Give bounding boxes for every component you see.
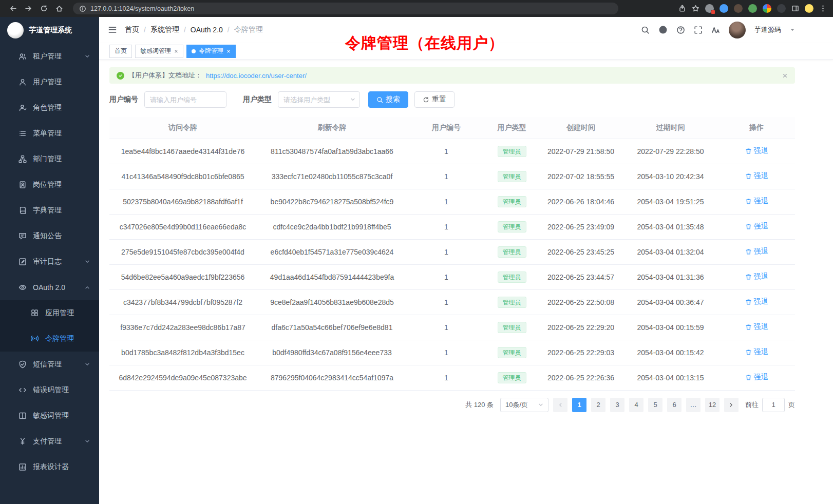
page-button-5[interactable]: 5 <box>648 398 662 412</box>
page-size-select[interactable]: 10条/页 <box>500 398 548 412</box>
sidebar-item-notice[interactable]: 通知公告 <box>0 223 99 249</box>
trash-icon <box>745 324 752 331</box>
force-logout-button[interactable]: 强退 <box>745 373 768 382</box>
page-button-3[interactable]: 3 <box>610 398 624 412</box>
search-icon[interactable] <box>641 26 650 34</box>
force-logout-button[interactable]: 强退 <box>745 171 768 181</box>
browser-menu-icon[interactable] <box>819 5 827 12</box>
fullscreen-icon[interactable] <box>694 26 703 34</box>
page-button-4[interactable]: 4 <box>629 398 643 412</box>
user-menu-caret-icon[interactable] <box>790 27 795 32</box>
trash-icon <box>745 223 752 230</box>
sidebar: 芋道管理系统 租户管理 用户管理 角色管理 菜单管理 <box>0 17 99 504</box>
breadcrumb-item[interactable]: 系统管理 <box>150 25 179 34</box>
sidebar-item-oauth-app[interactable]: 应用管理 <box>0 300 99 326</box>
force-logout-button[interactable]: 强退 <box>745 322 768 332</box>
extension-icon[interactable] <box>777 4 786 13</box>
force-logout-button[interactable]: 强退 <box>745 272 768 281</box>
shield-icon <box>18 360 27 369</box>
extension-icon[interactable] <box>720 4 728 13</box>
sidebar-item-sensitive-word[interactable]: 敏感词管理 <box>0 403 99 429</box>
sidebar-item-label: 岗位管理 <box>33 180 90 189</box>
sidebar-item-label: 审计日志 <box>33 257 79 266</box>
cell-actions: 强退 <box>718 340 795 365</box>
page-button-6[interactable]: 6 <box>667 398 681 412</box>
goto-page-input[interactable] <box>762 398 785 412</box>
page-button-12[interactable]: 12 <box>705 398 720 412</box>
tab-home[interactable]: 首页 <box>109 45 132 58</box>
force-logout-button[interactable]: 强退 <box>745 297 768 306</box>
sidebar-item-audit-log[interactable]: 审计日志 <box>0 249 99 275</box>
page-ellipsis[interactable]: … <box>686 398 701 412</box>
sidebar-item-oauth-token[interactable]: 令牌管理 <box>0 326 99 352</box>
username[interactable]: 芋道源码 <box>754 25 781 34</box>
tab-close-icon[interactable] <box>226 49 231 53</box>
trash-icon <box>745 299 752 305</box>
site-info-icon[interactable] <box>79 5 86 12</box>
force-logout-button[interactable]: 强退 <box>745 347 768 357</box>
collapse-sidebar-icon[interactable] <box>108 25 117 34</box>
prev-page-button[interactable] <box>553 398 567 412</box>
trash-icon <box>745 248 752 255</box>
browser-reload-button[interactable] <box>37 2 50 15</box>
user-id-input[interactable] <box>144 91 226 108</box>
search-button[interactable]: 搜索 <box>368 91 408 108</box>
page-button-2[interactable]: 2 <box>591 398 605 412</box>
sidebar-item-dict[interactable]: 字典管理 <box>0 198 99 223</box>
next-page-button[interactable] <box>724 398 739 412</box>
cell-created-time: 2022-06-25 22:29:03 <box>539 340 623 365</box>
force-logout-button[interactable]: 强退 <box>745 247 768 256</box>
alert-close-icon[interactable] <box>782 73 788 79</box>
tab-token-management[interactable]: 令牌管理 <box>186 45 236 58</box>
app-logo[interactable]: 芋道管理系统 <box>0 17 99 44</box>
force-logout-button[interactable]: 强退 <box>745 222 768 231</box>
sidebar-item-post[interactable]: 岗位管理 <box>0 172 99 198</box>
browser-back-button[interactable] <box>6 2 20 15</box>
side-panel-icon[interactable] <box>791 5 799 12</box>
user-type-select-input[interactable] <box>278 91 360 108</box>
browser-profile-avatar[interactable] <box>805 4 813 13</box>
sidebar-item-oauth[interactable]: OAuth 2.0 <box>0 275 99 300</box>
extensions-puzzle-icon[interactable] <box>763 4 771 13</box>
address-bar[interactable]: 127.0.0.1:1024/system/oauth2/token <box>73 3 618 14</box>
user-type-badge: 管理员 <box>498 347 526 358</box>
cell-user-id: 1 <box>408 164 485 189</box>
reset-button[interactable]: 重置 <box>414 91 455 108</box>
breadcrumb-item[interactable]: OAuth 2.0 <box>191 26 223 34</box>
sidebar-item-menu[interactable]: 菜单管理 <box>0 121 99 146</box>
goto-label: 前往 <box>745 400 759 410</box>
breadcrumb-item[interactable]: 首页 <box>125 25 139 34</box>
sidebar-item-report-designer[interactable]: 报表设计器 <box>0 454 99 480</box>
browser-forward-button[interactable] <box>22 2 35 15</box>
breadcrumb-separator: / <box>228 26 230 34</box>
sidebar-item-sms[interactable]: 短信管理 <box>0 352 99 377</box>
cell-user-type: 管理员 <box>485 189 539 214</box>
help-icon[interactable] <box>676 26 685 34</box>
extension-icon[interactable] <box>748 4 757 13</box>
extension-icon[interactable] <box>734 4 743 13</box>
browser-home-button[interactable] <box>52 2 66 15</box>
bookmark-star-icon[interactable] <box>692 5 699 12</box>
tab-close-icon[interactable] <box>174 49 178 53</box>
sidebar-item-dept[interactable]: 部门管理 <box>0 146 99 172</box>
share-icon[interactable] <box>678 5 686 12</box>
doc-link[interactable]: https://doc.iocoder.cn/user-center/ <box>206 72 307 80</box>
user-avatar[interactable] <box>729 22 746 38</box>
browser-toolbar-right <box>678 4 827 13</box>
sidebar-item-error-code[interactable]: 错误码管理 <box>0 377 99 403</box>
sidebar-item-role[interactable]: 角色管理 <box>0 95 99 121</box>
font-size-icon[interactable] <box>711 26 720 34</box>
extension-icon[interactable] <box>705 4 714 13</box>
force-logout-button[interactable]: 强退 <box>745 197 768 206</box>
sidebar-item-user[interactable]: 用户管理 <box>0 69 99 95</box>
github-icon[interactable] <box>658 25 668 34</box>
sidebar-item-label: 用户管理 <box>33 77 90 87</box>
sidebar-item-tenant[interactable]: 租户管理 <box>0 44 99 69</box>
col-access-token: 访问令牌 <box>109 117 256 139</box>
page-button-1[interactable]: 1 <box>572 398 586 412</box>
tab-sensitive-word[interactable]: 敏感词管理 <box>135 45 183 58</box>
sidebar-item-pay[interactable]: 支付管理 <box>0 429 99 454</box>
user-type-select[interactable] <box>278 91 360 108</box>
force-logout-button[interactable]: 强退 <box>745 146 768 156</box>
oauth-submenu: 应用管理 令牌管理 <box>0 300 99 352</box>
